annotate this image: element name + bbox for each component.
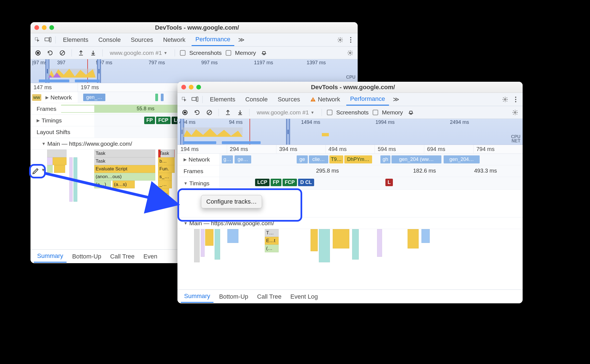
context-menu[interactable]: Configure tracks… (201, 195, 262, 208)
cpu-overview[interactable]: |97 ms 397 597 ms 797 ms 997 ms 1197 ms … (30, 59, 358, 83)
gear-icon[interactable] (336, 36, 344, 44)
frame-val: 295.8 ms (316, 168, 339, 174)
bottom-tab-calltree[interactable]: Call Tree (254, 291, 285, 303)
screenshots-checkbox[interactable] (327, 110, 332, 115)
clear-icon[interactable] (58, 49, 67, 57)
close-icon[interactable] (181, 85, 186, 89)
tab-label: Network (318, 96, 340, 103)
bottom-tab-calltree[interactable]: Call Tree (107, 251, 138, 262)
block[interactable]: b… (158, 157, 175, 165)
tab-performance[interactable]: Performance (346, 93, 389, 106)
bottom-tab-bottomup[interactable]: Bottom-Up (216, 291, 251, 303)
record-icon[interactable] (181, 108, 189, 117)
recording-select[interactable]: www.google.com #1 ▼ (255, 109, 317, 116)
track-label: Network (50, 94, 72, 101)
reload-icon[interactable] (46, 49, 54, 57)
tab-elements[interactable]: Elements (59, 34, 92, 46)
timing-badge[interactable]: L (385, 179, 393, 186)
gear-icon[interactable] (501, 95, 509, 104)
menu-item-configure-tracks[interactable]: Configure tracks… (206, 198, 257, 205)
tab-elements[interactable]: Elements (206, 94, 239, 105)
tab-console[interactable]: Console (241, 94, 272, 105)
gc-icon[interactable] (260, 49, 268, 57)
memory-label: Memory (235, 50, 256, 56)
panel-tabbar: Elements Console Sources Network Perform… (30, 33, 358, 47)
net-item[interactable]: gen_204 (ww… (391, 155, 441, 163)
svg-point-10 (349, 52, 351, 54)
timing-badge[interactable]: FP (271, 179, 281, 186)
expand-icon[interactable]: ▶ (45, 95, 49, 100)
close-icon[interactable] (34, 25, 39, 30)
clear-icon[interactable] (205, 108, 213, 117)
ruler-tick: 394 ms (276, 145, 325, 153)
bottom-tab-bottomup[interactable]: Bottom-Up (69, 251, 105, 262)
timing-badge[interactable]: D CL (298, 179, 314, 186)
tab-sources[interactable]: Sources (127, 34, 157, 46)
expand-icon[interactable]: ▶ (37, 118, 40, 123)
block[interactable]: T… (265, 229, 279, 237)
tab-console[interactable]: Console (95, 34, 125, 46)
flame-chart[interactable]: T… E…t (… (177, 229, 523, 268)
svg-point-4 (350, 37, 351, 38)
collapse-icon[interactable]: ▼ (42, 141, 46, 146)
more-tabs-icon[interactable]: ≫ (391, 95, 401, 104)
device-toggle-icon[interactable] (44, 36, 52, 44)
tick: 397 (55, 60, 94, 66)
net-item[interactable]: gen_204… (444, 155, 480, 163)
collapse-icon[interactable]: ▼ (41, 168, 45, 173)
block[interactable]: (… (265, 245, 279, 252)
download-icon[interactable] (89, 49, 97, 57)
tab-network[interactable]: Network (306, 94, 344, 105)
inspect-icon[interactable] (180, 95, 189, 104)
screenshots-checkbox[interactable] (180, 50, 185, 56)
upload-icon[interactable] (77, 49, 85, 57)
tab-performance[interactable]: Performance (192, 34, 234, 46)
titlebar[interactable]: DevTools - www.google.com/ (177, 82, 523, 93)
bottom-tab-summary[interactable]: Summary (34, 250, 67, 263)
tab-network[interactable]: Network (159, 34, 189, 46)
overflow-menu-icon[interactable] (347, 36, 355, 44)
overflow-menu-icon[interactable] (512, 95, 520, 104)
track-label: Timings (189, 180, 210, 187)
svg-point-8 (37, 52, 39, 54)
edit-tracks-icon[interactable] (32, 167, 40, 175)
device-toggle-icon[interactable] (191, 95, 199, 104)
reload-icon[interactable] (193, 108, 201, 117)
bottom-tab-eventlog[interactable]: Even (140, 251, 161, 262)
task-block[interactable]: Task (94, 157, 155, 165)
time-ruler[interactable]: 194 ms 294 ms 394 ms 494 ms 594 ms 694 m… (177, 145, 523, 154)
titlebar[interactable]: DevTools - www.google.com/ (30, 22, 358, 33)
bottom-tab-summary[interactable]: Summary (181, 290, 213, 303)
cpu-overview[interactable]: 494 ms 94 ms 1494 ms 1994 ms 2494 ms CPU… (177, 119, 523, 145)
net-item[interactable]: ge… (235, 155, 251, 163)
capture-settings-gear-icon[interactable] (346, 49, 354, 57)
net-item[interactable]: clie… (309, 155, 328, 163)
recording-select[interactable]: www.google.com #1 ▼ (108, 49, 170, 57)
bottom-tab-eventlog[interactable]: Event Log (287, 291, 321, 303)
net-item[interactable]: g… (222, 155, 233, 163)
timing-badge[interactable]: FP (144, 117, 155, 124)
gc-icon[interactable] (407, 108, 415, 117)
record-icon[interactable] (34, 49, 42, 57)
net-item[interactable]: T9… (329, 155, 343, 163)
task-block[interactable]: Task (158, 150, 175, 157)
net-item[interactable]: ge (297, 155, 308, 163)
block[interactable]: E…t (265, 237, 279, 245)
capture-settings-gear-icon[interactable] (511, 108, 519, 117)
more-tabs-icon[interactable]: ≫ (236, 35, 246, 45)
net-chip[interactable]: gen_… (83, 94, 105, 101)
tab-sources[interactable]: Sources (274, 94, 304, 105)
timing-badge[interactable]: LCP (255, 179, 269, 186)
upload-icon[interactable] (224, 108, 232, 117)
inspect-icon[interactable] (33, 36, 42, 44)
download-icon[interactable] (236, 108, 244, 117)
net-chip: ww (32, 94, 41, 101)
expand-icon[interactable]: ▶ (184, 157, 187, 162)
memory-checkbox[interactable] (226, 50, 231, 56)
memory-checkbox[interactable] (373, 110, 378, 115)
net-item[interactable]: DhPYm… (344, 155, 372, 163)
timing-badge[interactable]: FCP (283, 179, 297, 186)
timing-badge[interactable]: FCP (156, 117, 171, 124)
task-block[interactable]: Task (94, 150, 155, 157)
net-item[interactable]: gh (380, 155, 390, 163)
